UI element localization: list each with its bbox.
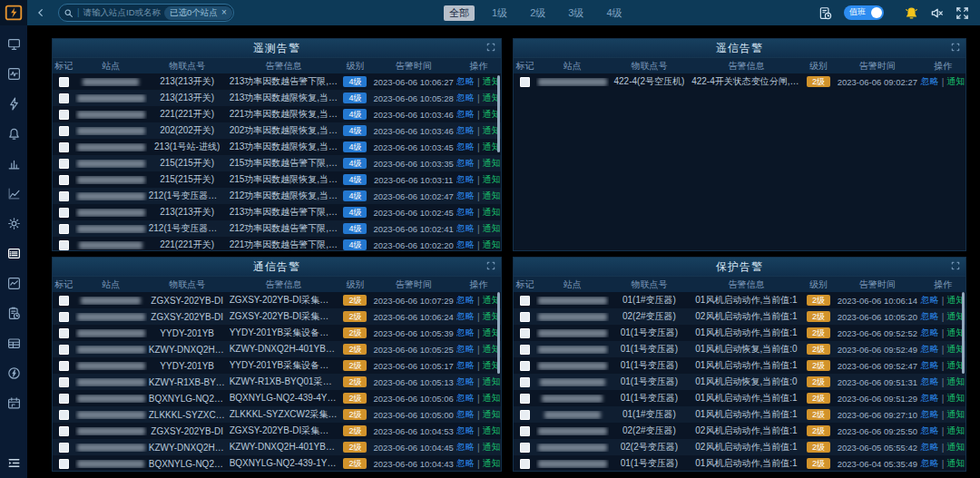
- row-checkbox[interactable]: [59, 208, 69, 218]
- scrollbar-thumb[interactable]: [962, 292, 965, 374]
- notify-link[interactable]: 通知: [483, 441, 501, 454]
- ignore-link[interactable]: 忽略: [921, 441, 939, 454]
- table-row[interactable]: ZGXSY-202YB-DIZGXSY-202YB-DI采集设备通讯异常2级20…: [53, 292, 501, 308]
- table-row[interactable]: 01(1#变压器)01风机启动动作,当前值:12级2023-06-06 10:0…: [514, 292, 965, 308]
- table-row[interactable]: 02(2#变压器)02风机启动动作,当前值:12级2023-06-06 09:2…: [514, 423, 965, 439]
- tab-level-3[interactable]: 3级: [563, 5, 589, 21]
- sidebar-item-lightning-icon[interactable]: [7, 97, 21, 111]
- notify-link[interactable]: 通知: [946, 457, 965, 470]
- ignore-link[interactable]: 忽略: [456, 327, 475, 339]
- table-row[interactable]: 01(1号变压器)01风机启动动作,当前值:12级2023-06-04 05:3…: [514, 455, 965, 472]
- row-checkbox[interactable]: [520, 296, 530, 306]
- notify-link[interactable]: 通知: [483, 173, 501, 186]
- table-row[interactable]: 221(221开关)221功率因数越限恢复,当前值:0.97...4级2023-…: [53, 106, 501, 122]
- sidebar-item-waveform-box-icon[interactable]: [7, 67, 21, 81]
- table-row[interactable]: BQXNYLG-NQ2-439-4YBBQXNYLG-NQ2-439-4YB采集…: [53, 390, 501, 406]
- ignore-link[interactable]: 忽略: [921, 75, 939, 88]
- notify-link[interactable]: 通知: [483, 408, 501, 421]
- table-row[interactable]: ZLKKKL-SYZXCW2ZLKKKL-SYZXCW2采集设备通讯异常2级20…: [53, 406, 501, 423]
- selected-sites-tag[interactable]: 已选0个站点 ×: [164, 6, 232, 20]
- ignore-link[interactable]: 忽略: [456, 124, 475, 137]
- table-row[interactable]: 02(2#变压器)02风机启动动作,当前值:12级2023-06-06 10:0…: [514, 308, 965, 325]
- ignore-link[interactable]: 忽略: [456, 294, 475, 307]
- ignore-link[interactable]: 忽略: [456, 157, 475, 170]
- notify-link[interactable]: 通知: [483, 424, 501, 437]
- table-row[interactable]: KZWY-DNXQ2H-401YBKZWY-DNXQ2H-401YB采集设备通.…: [53, 439, 501, 455]
- table-row[interactable]: 213(213开关)213功率因数越告警下限,当前值:0...4级2023-06…: [53, 73, 501, 90]
- row-checkbox[interactable]: [59, 459, 69, 469]
- report-history-icon[interactable]: [818, 6, 832, 20]
- panel-expand-icon[interactable]: [486, 43, 495, 52]
- search-input[interactable]: | 请输入站点ID或名称 已选0个站点 ×: [58, 4, 234, 22]
- table-row[interactable]: 02(2号变压器)02风机启动动作,当前值:12级2023-06-05 05:5…: [514, 439, 965, 455]
- ignore-link[interactable]: 忽略: [456, 222, 475, 235]
- ignore-link[interactable]: 忽略: [456, 92, 475, 104]
- table-row[interactable]: KZWY-R1XB-BYQ01KZWY-R1XB-BYQ01采集设备通讯...2…: [53, 374, 501, 390]
- table-row[interactable]: 212(1号变压器出线)212功率因数越限恢复,当前值:0.92...4级202…: [53, 188, 501, 204]
- sidebar-item-gear-icon[interactable]: [7, 217, 21, 230]
- ignore-link[interactable]: 忽略: [456, 75, 475, 88]
- row-checkbox[interactable]: [59, 126, 69, 136]
- table-row[interactable]: 215(215开关)215功率因数越限恢复,当前值:1.00...4级2023-…: [53, 171, 501, 188]
- panel-expand-icon[interactable]: [486, 261, 495, 270]
- ignore-link[interactable]: 忽略: [456, 441, 475, 454]
- row-checkbox[interactable]: [59, 394, 69, 404]
- ignore-link[interactable]: 忽略: [921, 408, 939, 421]
- table-row[interactable]: 202(202开关)202功率因数越限恢复,当前值:0.97...4级2023-…: [53, 122, 501, 139]
- tab-level-0[interactable]: 全部: [444, 5, 475, 21]
- ignore-link[interactable]: 忽略: [456, 239, 475, 251]
- tab-level-1[interactable]: 1级: [486, 5, 513, 21]
- back-button[interactable]: [35, 7, 46, 18]
- row-checkbox[interactable]: [520, 459, 530, 469]
- ignore-link[interactable]: 忽略: [921, 343, 939, 356]
- notify-link[interactable]: 通知: [483, 222, 501, 235]
- ignore-link[interactable]: 忽略: [456, 141, 475, 153]
- notify-link[interactable]: 通知: [483, 239, 501, 251]
- ignore-link[interactable]: 忽略: [921, 327, 939, 339]
- row-checkbox[interactable]: [59, 426, 69, 436]
- sidebar-item-calendar-icon[interactable]: [7, 396, 21, 410]
- panel-expand-icon[interactable]: [951, 43, 960, 52]
- ignore-link[interactable]: 忽略: [456, 173, 475, 186]
- ignore-link[interactable]: 忽略: [921, 424, 939, 437]
- row-checkbox[interactable]: [59, 110, 69, 120]
- row-checkbox[interactable]: [59, 159, 69, 169]
- table-row[interactable]: 01(1号变压器)01风机启动恢复,当前值:02级2023-06-06 09:5…: [514, 341, 965, 357]
- table-row[interactable]: 212(1号变压器出线)212功率因数越告警下限,当前值:0...4级2023-…: [53, 220, 501, 237]
- clear-selection-icon[interactable]: ×: [221, 8, 227, 17]
- notify-link[interactable]: 通知: [946, 408, 965, 421]
- table-row[interactable]: 01(1号变压器)01风机启动动作,当前值:12级2023-06-06 09:5…: [514, 325, 965, 341]
- scrollbar-thumb[interactable]: [497, 292, 500, 374]
- row-checkbox[interactable]: [59, 93, 69, 103]
- sidebar-item-alarm-bell-icon[interactable]: [7, 127, 21, 141]
- notify-link[interactable]: 通知: [946, 376, 965, 388]
- panel-expand-icon[interactable]: [951, 261, 960, 270]
- notify-link[interactable]: 通知: [483, 376, 501, 388]
- row-checkbox[interactable]: [59, 296, 69, 306]
- notify-link[interactable]: 通知: [483, 157, 501, 170]
- row-checkbox[interactable]: [59, 77, 69, 87]
- row-checkbox[interactable]: [59, 345, 69, 355]
- ignore-link[interactable]: 忽略: [921, 294, 939, 307]
- notify-link[interactable]: 通知: [946, 75, 965, 88]
- row-checkbox[interactable]: [59, 443, 69, 453]
- table-row[interactable]: 213(213开关)213功率因数越告警下限,当前值:0...4级2023-06…: [53, 204, 501, 220]
- ignore-link[interactable]: 忽略: [456, 376, 475, 388]
- table-row[interactable]: 215(215开关)215功率因数越告警下限,当前值:0...4级2023-06…: [53, 155, 501, 171]
- mute-icon[interactable]: [930, 6, 944, 20]
- sidebar-item-monitor-icon[interactable]: [7, 37, 21, 51]
- row-checkbox[interactable]: [59, 377, 69, 387]
- row-checkbox[interactable]: [59, 312, 69, 322]
- table-row[interactable]: KZWY-DNXQ2H-401YBKZWY-DNXQ2H-401YB采集设备通.…: [53, 341, 501, 357]
- ignore-link[interactable]: 忽略: [456, 343, 475, 356]
- ignore-link[interactable]: 忽略: [921, 376, 939, 388]
- row-checkbox[interactable]: [59, 191, 69, 201]
- row-checkbox[interactable]: [520, 345, 530, 355]
- ignore-link[interactable]: 忽略: [456, 408, 475, 421]
- row-checkbox[interactable]: [520, 426, 530, 436]
- ignore-link[interactable]: 忽略: [456, 310, 475, 323]
- tab-level-2[interactable]: 2级: [524, 5, 551, 21]
- ignore-link[interactable]: 忽略: [456, 108, 475, 121]
- sidebar-item-clipboard-clock-icon[interactable]: [7, 307, 21, 320]
- row-checkbox[interactable]: [59, 175, 69, 185]
